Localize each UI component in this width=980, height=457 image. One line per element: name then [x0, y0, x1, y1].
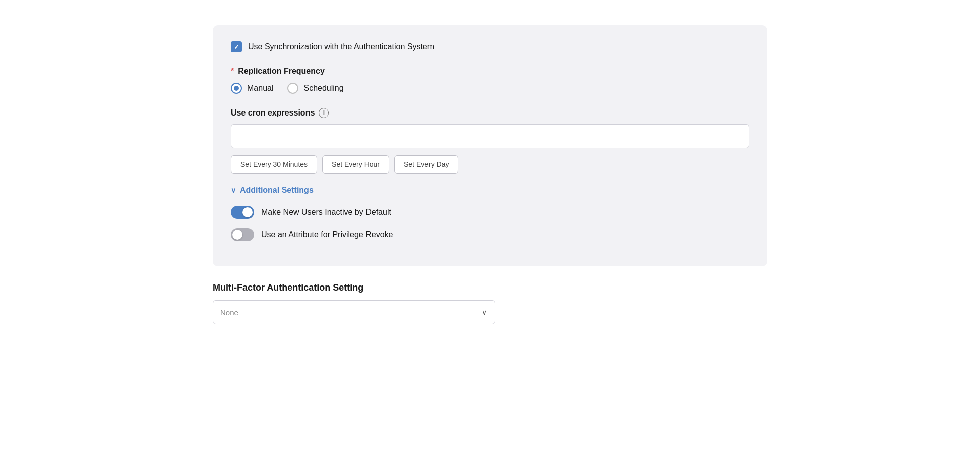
radio-manual-label: Manual — [247, 84, 273, 93]
main-container: ✓ Use Synchronization with the Authentic… — [213, 15, 767, 324]
settings-card: ✓ Use Synchronization with the Authentic… — [213, 25, 767, 266]
cron-input[interactable] — [231, 124, 749, 148]
make-new-users-inactive-label: Make New Users Inactive by Default — [261, 208, 391, 217]
mfa-select[interactable]: None OTP Email SMS — [213, 300, 495, 324]
toggle-knob-off — [232, 230, 242, 240]
replication-frequency-label: * Replication Frequency — [231, 67, 749, 76]
required-star: * — [231, 67, 234, 76]
radio-manual[interactable] — [231, 83, 242, 94]
radio-option-scheduling[interactable]: Scheduling — [287, 83, 343, 94]
set-every-30-min-button[interactable]: Set Every 30 Minutes — [231, 155, 317, 174]
make-new-users-inactive-row: Make New Users Inactive by Default — [231, 206, 749, 219]
radio-group: Manual Scheduling — [231, 83, 749, 94]
set-every-day-button[interactable]: Set Every Day — [394, 155, 458, 174]
mfa-select-wrapper: None OTP Email SMS ∨ — [213, 300, 495, 324]
mfa-section-title: Multi-Factor Authentication Setting — [213, 282, 767, 293]
radio-scheduling[interactable] — [287, 83, 298, 94]
additional-settings-label: Additional Settings — [240, 186, 314, 195]
cron-section: Use cron expressions i Set Every 30 Minu… — [231, 108, 749, 174]
replication-frequency-section: * Replication Frequency Manual Schedulin… — [231, 67, 749, 94]
info-icon[interactable]: i — [319, 108, 329, 118]
chevron-down-icon: ∨ — [231, 186, 236, 194]
sync-checkbox[interactable]: ✓ — [231, 41, 242, 52]
set-every-hour-button[interactable]: Set Every Hour — [322, 155, 389, 174]
cron-buttons: Set Every 30 Minutes Set Every Hour Set … — [231, 155, 749, 174]
radio-scheduling-label: Scheduling — [303, 84, 343, 93]
sync-label: Use Synchronization with the Authenticat… — [248, 42, 434, 51]
additional-settings-toggle[interactable]: ∨ Additional Settings — [231, 186, 749, 195]
use-attribute-privilege-toggle[interactable] — [231, 228, 254, 241]
toggle-knob-on — [242, 207, 253, 217]
cron-label: Use cron expressions i — [231, 108, 749, 118]
make-new-users-inactive-toggle[interactable] — [231, 206, 254, 219]
use-attribute-privilege-row: Use an Attribute for Privilege Revoke — [231, 228, 749, 241]
radio-option-manual[interactable]: Manual — [231, 83, 273, 94]
check-icon: ✓ — [234, 44, 239, 50]
mfa-section: Multi-Factor Authentication Setting None… — [213, 282, 767, 324]
radio-manual-inner — [234, 86, 239, 91]
use-attribute-privilege-label: Use an Attribute for Privilege Revoke — [261, 230, 393, 239]
sync-row: ✓ Use Synchronization with the Authentic… — [231, 41, 749, 52]
